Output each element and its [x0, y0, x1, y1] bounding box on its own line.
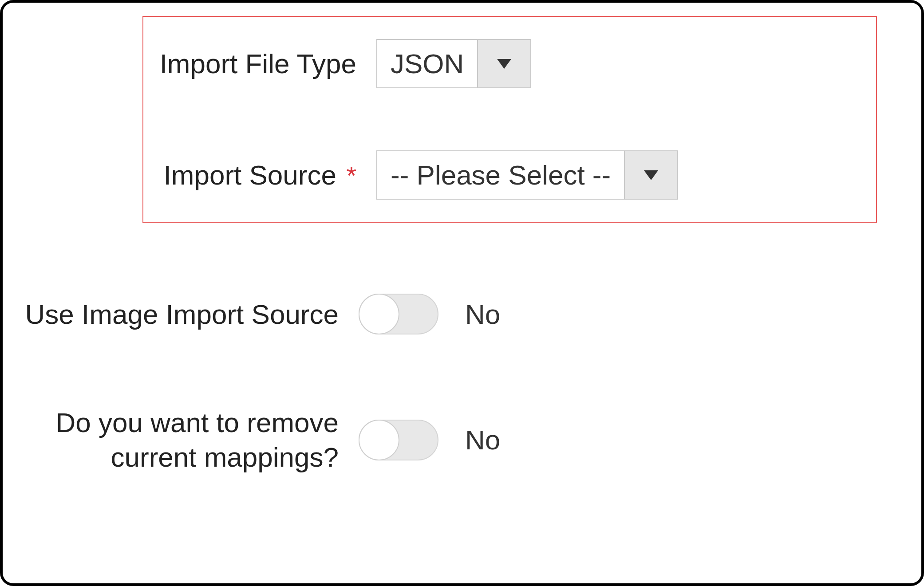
- toggle-section: Use Image Import Source No Do you want t…: [20, 294, 904, 474]
- use-image-source-label: Use Image Import Source: [25, 299, 339, 330]
- import-file-type-label: Import File Type: [160, 48, 356, 79]
- svg-marker-0: [497, 59, 511, 69]
- import-file-type-row: Import File Type JSON: [157, 39, 863, 88]
- import-source-row: Import Source * -- Please Select --: [157, 150, 863, 200]
- remove-mappings-label: Do you want to remove current mappings?: [20, 405, 339, 474]
- required-indicator: *: [346, 161, 356, 190]
- label-col: Import File Type: [157, 48, 376, 79]
- use-image-source-row: Use Image Import Source No: [20, 294, 904, 334]
- remove-mappings-toggle[interactable]: [359, 420, 438, 460]
- import-source-label: Import Source: [164, 160, 336, 190]
- toggle-knob: [359, 420, 399, 460]
- label-col: Do you want to remove current mappings?: [20, 405, 359, 474]
- label-col: Use Image Import Source: [20, 299, 359, 330]
- control-col: No: [359, 420, 500, 460]
- control-col: JSON: [376, 39, 531, 88]
- svg-marker-1: [644, 170, 658, 180]
- use-image-source-toggle[interactable]: [359, 294, 438, 334]
- chevron-down-icon: [477, 40, 530, 87]
- chevron-down-icon: [624, 151, 677, 199]
- use-image-source-value: No: [465, 299, 500, 330]
- remove-mappings-row: Do you want to remove current mappings? …: [20, 405, 904, 474]
- control-col: No: [359, 294, 500, 334]
- toggle-knob: [359, 294, 399, 334]
- import-file-type-value: JSON: [377, 40, 477, 87]
- import-source-select[interactable]: -- Please Select --: [376, 150, 678, 200]
- import-source-value: -- Please Select --: [377, 151, 624, 199]
- remove-mappings-value: No: [465, 424, 500, 456]
- label-col: Import Source *: [157, 159, 376, 191]
- import-file-type-select[interactable]: JSON: [376, 39, 531, 88]
- highlighted-section: Import File Type JSON Import Source * --…: [142, 16, 877, 223]
- control-col: -- Please Select --: [376, 150, 678, 200]
- form-panel: Import File Type JSON Import Source * --…: [0, 0, 924, 586]
